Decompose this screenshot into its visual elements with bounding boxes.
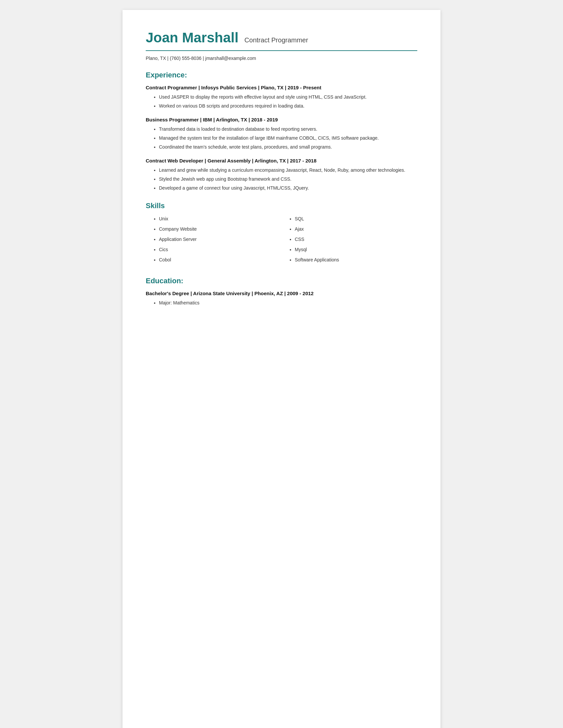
header-section: Joan Marshall Contract Programmer Plano,… xyxy=(146,30,417,61)
job-header-1: Contract Programmer | Infosys Public Ser… xyxy=(146,85,417,90)
header-divider xyxy=(146,50,417,51)
list-item: Cobol xyxy=(159,256,282,263)
job-entry-2: Business Programmer | IBM | Arlington, T… xyxy=(146,117,417,151)
candidate-name: Joan Marshall xyxy=(146,30,238,46)
job-entry-1: Contract Programmer | Infosys Public Ser… xyxy=(146,85,417,110)
skills-right-col: SQL Ajax CSS Mysql Software Applications xyxy=(282,215,417,267)
experience-section: Experience: Contract Programmer | Infosy… xyxy=(146,71,417,192)
education-bullets-1: Major: Mathematics xyxy=(146,299,417,306)
list-item: Styled the Jewish web app using Bootstra… xyxy=(159,176,417,183)
list-item: Ajax xyxy=(295,226,417,233)
list-item: Learned and grew while studying a curric… xyxy=(159,167,417,174)
list-item: CSS xyxy=(295,236,417,243)
job-title: Contract Programmer xyxy=(244,36,308,44)
education-section: Education: Bachelor's Degree | Arizona S… xyxy=(146,277,417,306)
skills-right-list: SQL Ajax CSS Mysql Software Applications xyxy=(282,215,417,263)
list-item: Worked on various DB scripts and procedu… xyxy=(159,103,417,110)
list-item: Company Website xyxy=(159,226,282,233)
list-item: Application Server xyxy=(159,236,282,243)
job-entry-3: Contract Web Developer | General Assembl… xyxy=(146,158,417,192)
education-title: Education: xyxy=(146,277,417,285)
list-item: Coordinated the team's schedule, wrote t… xyxy=(159,144,417,151)
skills-left-list: Unix Company Website Application Server … xyxy=(146,215,282,263)
education-header-1: Bachelor's Degree | Arizona State Univer… xyxy=(146,291,417,296)
list-item: Developed a game of connect four using J… xyxy=(159,185,417,192)
list-item: Used JASPER to display the reports with … xyxy=(159,94,417,101)
job-header-2: Business Programmer | IBM | Arlington, T… xyxy=(146,117,417,122)
job-header-3: Contract Web Developer | General Assembl… xyxy=(146,158,417,163)
name-title-row: Joan Marshall Contract Programmer xyxy=(146,30,417,46)
list-item: Managed the system test for the installa… xyxy=(159,135,417,142)
list-item: Software Applications xyxy=(295,256,417,263)
list-item: SQL xyxy=(295,215,417,222)
list-item: Unix xyxy=(159,215,282,222)
list-item: Transformed data is loaded to destinatio… xyxy=(159,126,417,133)
list-item: Mysql xyxy=(295,246,417,253)
job-bullets-3: Learned and grew while studying a curric… xyxy=(146,167,417,192)
skills-grid: Unix Company Website Application Server … xyxy=(146,215,417,267)
skills-section: Skills Unix Company Website Application … xyxy=(146,202,417,267)
experience-title: Experience: xyxy=(146,71,417,79)
job-bullets-1: Used JASPER to display the reports with … xyxy=(146,94,417,110)
skills-left-col: Unix Company Website Application Server … xyxy=(146,215,282,267)
education-entry-1: Bachelor's Degree | Arizona State Univer… xyxy=(146,291,417,306)
list-item: Cics xyxy=(159,246,282,253)
contact-info: Plano, TX | (760) 555-8036 | jmarshall@e… xyxy=(146,56,417,61)
skills-title: Skills xyxy=(146,202,417,210)
resume-page: Joan Marshall Contract Programmer Plano,… xyxy=(122,10,441,728)
list-item: Major: Mathematics xyxy=(159,299,417,306)
job-bullets-2: Transformed data is loaded to destinatio… xyxy=(146,126,417,151)
